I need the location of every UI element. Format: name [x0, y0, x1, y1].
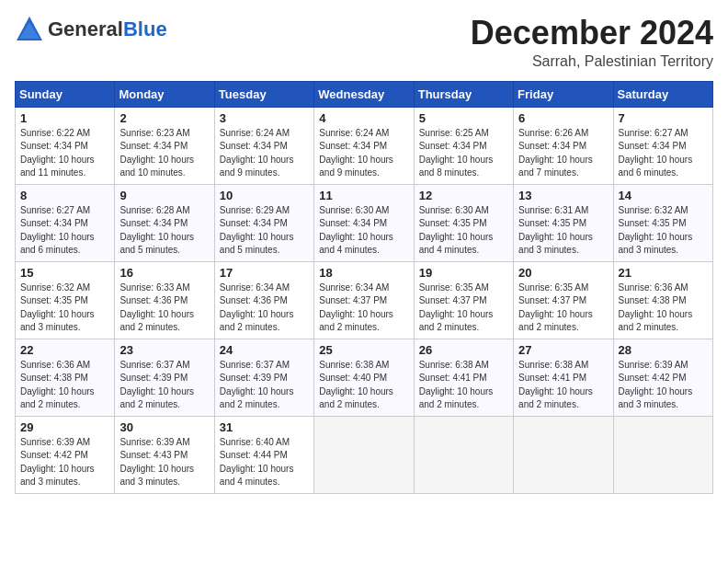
calendar-day-cell: 5 Sunrise: 6:25 AM Sunset: 4:34 PM Dayli…	[414, 107, 513, 184]
calendar-day-cell: 30 Sunrise: 6:39 AM Sunset: 4:43 PM Dayl…	[115, 416, 214, 493]
day-number: 26	[419, 343, 508, 357]
day-number: 4	[319, 111, 408, 125]
day-number: 22	[20, 343, 109, 357]
day-number: 6	[518, 111, 608, 125]
day-info: Sunrise: 6:39 AM Sunset: 4:42 PM Dayligh…	[619, 359, 708, 412]
day-info: Sunrise: 6:24 AM Sunset: 4:34 PM Dayligh…	[220, 127, 309, 180]
day-number: 21	[619, 266, 708, 280]
month-title: December 2024	[471, 15, 713, 52]
header: GeneralBlue December 2024 Sarrah, Palest…	[15, 15, 713, 70]
calendar-day-cell	[514, 416, 613, 493]
day-number: 23	[119, 343, 209, 357]
day-info: Sunrise: 6:23 AM Sunset: 4:34 PM Dayligh…	[119, 127, 209, 180]
day-info: Sunrise: 6:38 AM Sunset: 4:41 PM Dayligh…	[518, 359, 608, 412]
calendar-day-cell	[414, 416, 513, 493]
calendar-day-cell: 1 Sunrise: 6:22 AM Sunset: 4:34 PM Dayli…	[16, 107, 115, 184]
day-info: Sunrise: 6:26 AM Sunset: 4:34 PM Dayligh…	[518, 127, 608, 180]
calendar-header-cell: Thursday	[414, 81, 513, 107]
calendar-day-cell: 7 Sunrise: 6:27 AM Sunset: 4:34 PM Dayli…	[613, 107, 712, 184]
day-number: 15	[20, 266, 109, 280]
day-info: Sunrise: 6:33 AM Sunset: 4:36 PM Dayligh…	[119, 282, 209, 335]
logo-icon	[15, 15, 44, 44]
calendar-day-cell: 28 Sunrise: 6:39 AM Sunset: 4:42 PM Dayl…	[613, 339, 712, 416]
calendar-day-cell: 20 Sunrise: 6:35 AM Sunset: 4:37 PM Dayl…	[514, 261, 613, 339]
day-info: Sunrise: 6:39 AM Sunset: 4:42 PM Dayligh…	[20, 436, 109, 489]
day-info: Sunrise: 6:35 AM Sunset: 4:37 PM Dayligh…	[518, 282, 608, 335]
calendar-header-cell: Wednesday	[314, 81, 414, 107]
day-info: Sunrise: 6:28 AM Sunset: 4:34 PM Dayligh…	[119, 204, 209, 258]
calendar-day-cell: 23 Sunrise: 6:37 AM Sunset: 4:39 PM Dayl…	[115, 339, 214, 416]
day-number: 31	[220, 420, 309, 434]
calendar-week-row: 1 Sunrise: 6:22 AM Sunset: 4:34 PM Dayli…	[16, 107, 713, 184]
calendar-header-cell: Saturday	[613, 81, 712, 107]
day-number: 20	[518, 266, 608, 280]
calendar-header-cell: Tuesday	[214, 81, 313, 107]
day-info: Sunrise: 6:29 AM Sunset: 4:34 PM Dayligh…	[220, 204, 309, 258]
day-info: Sunrise: 6:40 AM Sunset: 4:44 PM Dayligh…	[220, 436, 309, 489]
calendar-body: 1 Sunrise: 6:22 AM Sunset: 4:34 PM Dayli…	[16, 107, 713, 493]
day-number: 28	[619, 343, 708, 357]
calendar-day-cell: 2 Sunrise: 6:23 AM Sunset: 4:34 PM Dayli…	[115, 107, 214, 184]
calendar-day-cell: 13 Sunrise: 6:31 AM Sunset: 4:35 PM Dayl…	[514, 184, 613, 261]
calendar-table: SundayMondayTuesdayWednesdayThursdayFrid…	[15, 81, 713, 494]
day-number: 18	[319, 266, 408, 280]
calendar-day-cell: 8 Sunrise: 6:27 AM Sunset: 4:34 PM Dayli…	[16, 184, 115, 261]
day-number: 25	[319, 343, 408, 357]
day-info: Sunrise: 6:36 AM Sunset: 4:38 PM Dayligh…	[619, 282, 708, 335]
day-info: Sunrise: 6:24 AM Sunset: 4:34 PM Dayligh…	[319, 127, 408, 180]
day-number: 12	[419, 189, 508, 202]
day-number: 1	[20, 111, 109, 125]
day-info: Sunrise: 6:36 AM Sunset: 4:38 PM Dayligh…	[20, 359, 109, 412]
calendar-header-row: SundayMondayTuesdayWednesdayThursdayFrid…	[16, 81, 713, 107]
calendar-day-cell: 24 Sunrise: 6:37 AM Sunset: 4:39 PM Dayl…	[214, 339, 313, 416]
calendar-day-cell: 18 Sunrise: 6:34 AM Sunset: 4:37 PM Dayl…	[314, 261, 414, 339]
calendar-day-cell: 25 Sunrise: 6:38 AM Sunset: 4:40 PM Dayl…	[314, 339, 414, 416]
day-info: Sunrise: 6:32 AM Sunset: 4:35 PM Dayligh…	[619, 204, 708, 258]
day-number: 10	[220, 189, 309, 202]
calendar-day-cell: 17 Sunrise: 6:34 AM Sunset: 4:36 PM Dayl…	[214, 261, 313, 339]
day-info: Sunrise: 6:37 AM Sunset: 4:39 PM Dayligh…	[220, 359, 309, 412]
day-number: 2	[119, 111, 209, 125]
calendar-day-cell	[613, 416, 712, 493]
day-number: 17	[220, 266, 309, 280]
day-number: 14	[619, 189, 708, 202]
calendar-day-cell: 21 Sunrise: 6:36 AM Sunset: 4:38 PM Dayl…	[613, 261, 712, 339]
day-info: Sunrise: 6:34 AM Sunset: 4:37 PM Dayligh…	[319, 282, 408, 335]
calendar-week-row: 22 Sunrise: 6:36 AM Sunset: 4:38 PM Dayl…	[16, 339, 713, 416]
calendar-week-row: 15 Sunrise: 6:32 AM Sunset: 4:35 PM Dayl…	[16, 261, 713, 339]
calendar-day-cell: 9 Sunrise: 6:28 AM Sunset: 4:34 PM Dayli…	[115, 184, 214, 261]
logo-general: General	[48, 17, 123, 40]
calendar-header-cell: Friday	[514, 81, 613, 107]
day-info: Sunrise: 6:27 AM Sunset: 4:34 PM Dayligh…	[20, 204, 109, 258]
title-area: December 2024 Sarrah, Palestinian Territ…	[471, 15, 713, 70]
day-number: 13	[518, 189, 608, 202]
calendar-day-cell: 4 Sunrise: 6:24 AM Sunset: 4:34 PM Dayli…	[314, 107, 414, 184]
day-number: 8	[20, 189, 109, 202]
day-number: 24	[220, 343, 309, 357]
calendar-header-cell: Monday	[115, 81, 214, 107]
calendar-day-cell: 12 Sunrise: 6:30 AM Sunset: 4:35 PM Dayl…	[414, 184, 513, 261]
calendar-week-row: 29 Sunrise: 6:39 AM Sunset: 4:42 PM Dayl…	[16, 416, 713, 493]
calendar-day-cell: 31 Sunrise: 6:40 AM Sunset: 4:44 PM Dayl…	[214, 416, 313, 493]
calendar-day-cell: 16 Sunrise: 6:33 AM Sunset: 4:36 PM Dayl…	[115, 261, 214, 339]
day-number: 29	[20, 420, 109, 434]
calendar-day-cell: 15 Sunrise: 6:32 AM Sunset: 4:35 PM Dayl…	[16, 261, 115, 339]
calendar-day-cell: 6 Sunrise: 6:26 AM Sunset: 4:34 PM Dayli…	[514, 107, 613, 184]
day-number: 11	[319, 189, 408, 202]
calendar-header-cell: Sunday	[16, 81, 115, 107]
day-number: 19	[419, 266, 508, 280]
calendar-day-cell: 14 Sunrise: 6:32 AM Sunset: 4:35 PM Dayl…	[613, 184, 712, 261]
calendar-day-cell: 10 Sunrise: 6:29 AM Sunset: 4:34 PM Dayl…	[214, 184, 313, 261]
logo-blue: Blue	[123, 17, 167, 40]
day-number: 3	[220, 111, 309, 125]
calendar-day-cell: 29 Sunrise: 6:39 AM Sunset: 4:42 PM Dayl…	[16, 416, 115, 493]
day-info: Sunrise: 6:34 AM Sunset: 4:36 PM Dayligh…	[220, 282, 309, 335]
day-info: Sunrise: 6:38 AM Sunset: 4:40 PM Dayligh…	[319, 359, 408, 412]
logo: GeneralBlue	[15, 15, 167, 44]
calendar-day-cell: 27 Sunrise: 6:38 AM Sunset: 4:41 PM Dayl…	[514, 339, 613, 416]
day-number: 27	[518, 343, 608, 357]
day-info: Sunrise: 6:35 AM Sunset: 4:37 PM Dayligh…	[419, 282, 508, 335]
calendar-week-row: 8 Sunrise: 6:27 AM Sunset: 4:34 PM Dayli…	[16, 184, 713, 261]
day-info: Sunrise: 6:31 AM Sunset: 4:35 PM Dayligh…	[518, 204, 608, 258]
calendar-day-cell: 11 Sunrise: 6:30 AM Sunset: 4:34 PM Dayl…	[314, 184, 414, 261]
